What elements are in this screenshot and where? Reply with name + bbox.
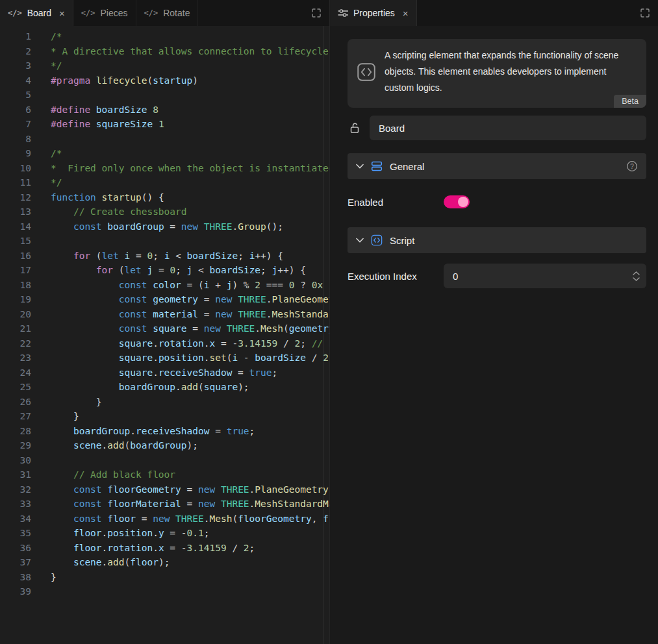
chevron-down-icon[interactable] [356,164,364,169]
number-spinners [633,271,640,281]
line-number: 23 [0,351,31,365]
code-line: 34 const floor = new THREE.Mesh(floorGeo… [0,512,329,526]
close-icon[interactable]: × [59,8,65,18]
code-line-text[interactable]: // Create chessboard [51,204,329,219]
general-section-icon [371,160,383,172]
code-line-text[interactable]: square.rotation.x = -3.14159 / 2; // Lay… [51,336,329,351]
help-icon[interactable]: ? [626,160,638,172]
code-line-text[interactable]: const material = new THREE.MeshStandardM… [51,307,329,322]
line-number: 36 [0,541,31,556]
code-line-text[interactable]: } [51,570,329,585]
code-line: 23 square.position.set(i - boardSize / 2… [0,351,329,365]
code-line-text[interactable]: */ [51,175,329,190]
line-number: 19 [0,292,31,307]
properties-tab-bar: Properties × [330,0,658,26]
tab-properties[interactable]: Properties × [330,0,417,26]
execution-index-label: Execution Index [348,271,444,282]
code-line: 28 boardGroup.receiveShadow = true; [0,424,329,439]
line-number: 20 [0,307,31,322]
line-number: 35 [0,526,31,541]
code-line: 19 const geometry = new THREE.PlaneGeome… [0,292,329,307]
code-line-text[interactable]: for (let i = 0; i < boardSize; i++) { [51,249,329,264]
code-line-text[interactable]: const floor = new THREE.Mesh(floorGeomet… [51,512,329,526]
spinner-down-icon[interactable] [633,277,640,281]
line-number: 2 [0,44,31,59]
sliders-icon [338,8,348,18]
object-name-row [348,116,646,140]
code-line-text[interactable]: function startup() { [51,190,329,205]
code-line: 17 for (let j = 0; j < boardSize; j++) { [0,263,329,278]
line-number: 21 [0,321,31,336]
tab-label: Rotate [163,8,190,18]
code-line-text[interactable]: #pragma lifecycle(startup) [51,73,329,88]
code-line-text[interactable]: */ [51,58,329,73]
code-line-text[interactable]: const floorMaterial = new THREE.MeshStan… [51,497,329,512]
code-line-text[interactable]: // Add black floor [51,467,329,482]
section-general[interactable]: General ? [348,153,646,179]
code-line-text[interactable] [51,132,329,147]
code-line-text[interactable]: } [51,409,329,424]
line-number: 26 [0,395,31,410]
code-line-text[interactable]: boardGroup.add(square); [51,380,329,395]
code-line-text[interactable]: square.receiveShadow = true; [51,365,329,380]
line-number: 18 [0,278,31,293]
expand-panel-icon[interactable] [311,8,322,18]
code-line-text[interactable]: for (let j = 0; j < boardSize; j++) { [51,263,329,278]
code-line-text[interactable]: const floorGeometry = new THREE.PlaneGeo… [51,482,329,497]
code-line-text[interactable]: * A directive that allows connection to … [51,44,329,59]
code-line-text[interactable]: square.position.set(i - boardSize / 2 + … [51,351,329,365]
line-number: 25 [0,380,31,395]
execution-index-input[interactable]: 0 [444,264,646,288]
tab-pieces[interactable]: </> Pieces [73,0,136,26]
enabled-toggle[interactable] [444,195,470,208]
code-line: 36 floor.rotation.x = -3.14159 / 2; [0,541,329,556]
line-number: 16 [0,249,31,264]
spinner-up-icon[interactable] [633,271,640,275]
line-number: 9 [0,146,31,161]
code-icon: </> [144,8,158,18]
code-line: 31 // Add black floor [0,467,329,482]
code-line-text[interactable]: scene.add(boardGroup); [51,438,329,453]
line-number: 27 [0,409,31,424]
chevron-down-icon[interactable] [356,238,364,243]
section-script[interactable]: Script [348,227,646,253]
code-line-text[interactable]: const square = new THREE.Mesh(geometry, … [51,321,329,336]
code-line-text[interactable] [51,88,329,103]
line-number: 28 [0,424,31,439]
object-name-input[interactable] [370,116,646,140]
tab-board[interactable]: </> Board × [0,0,73,26]
code-line-text[interactable]: #define squareSize 1 [51,117,329,132]
code-line-text[interactable]: floor.position.y = -0.1; [51,526,329,541]
code-line-text[interactable]: const boardGroup = new THREE.Group(); [51,219,329,234]
code-line-text[interactable]: const color = (i + j) % 2 === 0 ? 0x [51,278,329,293]
code-line-text[interactable]: /* [51,29,329,44]
svg-text:?: ? [630,163,634,170]
code-line-text[interactable]: /* [51,146,329,161]
code-line: 13 // Create chessboard [0,204,329,219]
code-line-text[interactable]: #define boardSize 8 [51,103,329,118]
code-line-text[interactable]: * Fired only once when the object is ins… [51,161,329,176]
code-line-text[interactable]: scene.add(floor); [51,555,329,570]
code-line-text[interactable] [51,453,329,468]
code-line: 35 floor.position.y = -0.1; [0,526,329,541]
code-line: 15 [0,234,329,249]
line-number: 11 [0,175,31,190]
close-icon[interactable]: × [403,8,409,18]
line-number: 39 [0,584,31,599]
code-editor[interactable]: 1/*2* A directive that allows connection… [0,26,329,644]
expand-panel-icon[interactable] [640,8,650,18]
code-line-text[interactable] [51,234,329,249]
code-line-text[interactable]: floor.rotation.x = -3.14159 / 2; [51,541,329,556]
code-line: 6#define boardSize 8 [0,103,329,118]
unlock-icon[interactable] [348,121,362,134]
code-line: 14 const boardGroup = new THREE.Group(); [0,219,329,234]
code-line-text[interactable]: boardGroup.receiveShadow = true; [51,424,329,439]
editor-scrollbar[interactable] [323,26,329,644]
code-line-text[interactable] [51,584,329,599]
line-number: 14 [0,219,31,234]
code-line-text[interactable]: const geometry = new THREE.PlaneGeometry… [51,292,329,307]
component-description: A scripting element that expands the fun… [385,47,637,96]
line-number: 37 [0,555,31,570]
tab-rotate[interactable]: </> Rotate [136,0,199,26]
code-line-text[interactable]: } [51,395,329,410]
